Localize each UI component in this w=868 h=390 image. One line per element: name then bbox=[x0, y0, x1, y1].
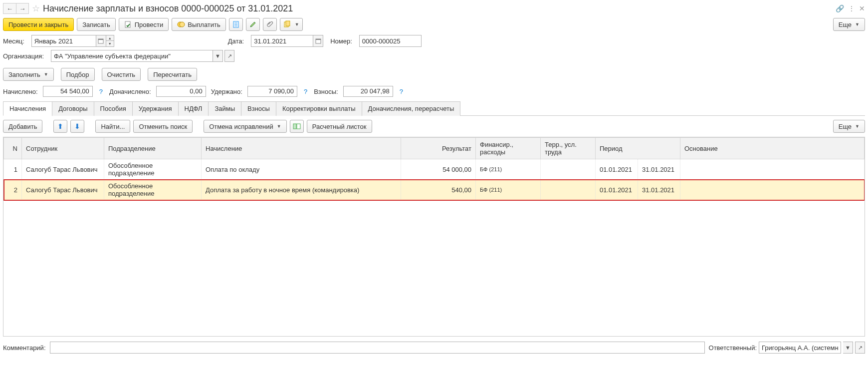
move-down-button[interactable]: ⬇ bbox=[70, 120, 84, 133]
col-employee[interactable]: Сотрудник bbox=[22, 138, 104, 159]
link-icon[interactable]: 🔗 bbox=[836, 4, 844, 12]
svg-rect-10 bbox=[98, 39, 103, 40]
tab-2[interactable]: Пособия bbox=[94, 101, 133, 116]
org-dropdown-icon[interactable]: ▼ bbox=[213, 50, 223, 62]
basis-button[interactable]: ▼ bbox=[280, 18, 303, 31]
table-header-row: N Сотрудник Подразделение Начисление Рез… bbox=[4, 138, 865, 159]
save-button[interactable]: Записать bbox=[77, 18, 116, 31]
tab-0[interactable]: Начисления bbox=[3, 101, 52, 116]
paperclip-icon bbox=[266, 20, 274, 28]
month-up-button[interactable]: ▲ bbox=[106, 35, 114, 41]
svg-rect-13 bbox=[293, 124, 296, 129]
tab-3[interactable]: Удержания bbox=[132, 101, 179, 116]
withheld-help-icon[interactable]: ? bbox=[302, 88, 309, 95]
window-title: Начисление зарплаты и взносов 0000-00002… bbox=[43, 3, 293, 14]
col-n[interactable]: N bbox=[4, 138, 22, 159]
accrued-help-icon[interactable]: ? bbox=[98, 88, 104, 95]
number-label: Номер: bbox=[330, 37, 352, 45]
responsible-open-icon[interactable]: ↗ bbox=[855, 342, 865, 354]
responsible-input[interactable] bbox=[759, 342, 841, 354]
col-terr[interactable]: Терр., усл. труда bbox=[541, 138, 596, 159]
clear-button[interactable]: Очистить bbox=[102, 68, 141, 81]
table-row[interactable]: 1Салогуб Тарас ЛьвовичОбособленное подра… bbox=[4, 159, 865, 180]
tab-6[interactable]: Взносы bbox=[241, 101, 276, 116]
org-input[interactable] bbox=[51, 50, 213, 62]
svg-rect-8 bbox=[286, 21, 290, 26]
org-label: Организация: bbox=[3, 52, 44, 60]
show-details-button[interactable] bbox=[290, 120, 304, 133]
tab-1[interactable]: Договоры bbox=[52, 101, 94, 116]
additional-value: 0,00 bbox=[156, 86, 206, 97]
contrib-help-icon[interactable]: ? bbox=[398, 88, 405, 95]
number-input[interactable] bbox=[359, 35, 422, 47]
recalc-button: Пересчитать bbox=[148, 68, 197, 81]
post-and-close-button[interactable]: Провести и закрыть bbox=[3, 18, 74, 31]
cancel-find-button: Отменить поиск bbox=[133, 120, 193, 133]
fill-button[interactable]: Заполнить▼ bbox=[3, 68, 54, 81]
post-icon bbox=[124, 20, 132, 28]
responsible-label: Ответственный: bbox=[709, 344, 757, 352]
nav-forward-button[interactable]: → bbox=[16, 3, 29, 14]
responsible-dropdown-icon[interactable]: ▼ bbox=[843, 342, 853, 354]
col-period[interactable]: Период bbox=[596, 138, 680, 159]
col-finance[interactable]: Финансир., расходы bbox=[476, 138, 541, 159]
more-button[interactable]: Еще▼ bbox=[833, 18, 865, 31]
month-input[interactable] bbox=[31, 35, 96, 47]
money-icon bbox=[177, 20, 185, 28]
org-open-icon[interactable]: ↗ bbox=[224, 50, 234, 62]
tab-4[interactable]: НДФЛ bbox=[178, 101, 209, 116]
col-result[interactable]: Результат bbox=[401, 138, 476, 159]
tab-5[interactable]: Займы bbox=[208, 101, 241, 116]
report-button[interactable] bbox=[229, 18, 243, 31]
pencil-icon bbox=[249, 20, 257, 28]
contrib-label: Взносы: bbox=[314, 88, 338, 95]
tab-7[interactable]: Корректировки выплаты bbox=[276, 101, 362, 116]
comment-input[interactable] bbox=[50, 342, 705, 354]
date-calendar-icon[interactable] bbox=[313, 35, 323, 47]
document-icon bbox=[232, 20, 240, 28]
month-calendar-icon[interactable] bbox=[96, 35, 106, 47]
col-dept[interactable]: Подразделение bbox=[104, 138, 202, 159]
cancel-fix-button[interactable]: Отмена исправлений▼ bbox=[204, 120, 287, 133]
tab-more-button[interactable]: Еще▼ bbox=[833, 120, 865, 133]
month-label: Месяц: bbox=[3, 37, 24, 45]
move-up-button[interactable]: ⬆ bbox=[53, 120, 67, 133]
svg-point-2 bbox=[180, 22, 185, 27]
withheld-label: Удержано: bbox=[211, 88, 242, 95]
contrib-value: 20 047,98 bbox=[343, 86, 393, 97]
pay-button[interactable]: Выплатить bbox=[172, 18, 226, 31]
accrued-value: 54 540,00 bbox=[43, 86, 93, 97]
find-button[interactable]: Найти... bbox=[95, 120, 130, 133]
accrued-label: Начислено: bbox=[3, 88, 38, 95]
docs-icon bbox=[283, 20, 291, 28]
withheld-value: 7 090,00 bbox=[247, 86, 297, 97]
grid-detail-icon bbox=[293, 122, 301, 130]
table-row[interactable]: 2Салогуб Тарас ЛьвовичОбособленное подра… bbox=[4, 180, 865, 200]
additional-label: Доначислено: bbox=[109, 88, 151, 95]
attach-button[interactable] bbox=[263, 18, 277, 31]
svg-rect-14 bbox=[297, 124, 300, 129]
month-down-button[interactable]: ▼ bbox=[106, 41, 114, 47]
add-row-button[interactable]: Добавить bbox=[3, 120, 42, 133]
svg-rect-12 bbox=[316, 39, 321, 40]
comment-label: Комментарий: bbox=[3, 344, 46, 352]
payslip-button[interactable]: Расчетный листок bbox=[307, 120, 372, 133]
nav-back-button[interactable]: ← bbox=[3, 3, 16, 14]
close-icon[interactable]: ✕ bbox=[859, 4, 865, 12]
favorite-star-icon[interactable]: ☆ bbox=[32, 3, 40, 14]
tab-8[interactable]: Доначисления, перерасчеты bbox=[362, 101, 461, 116]
date-input[interactable] bbox=[251, 35, 313, 47]
pick-button[interactable]: Подбор bbox=[61, 68, 95, 81]
edit-button[interactable] bbox=[246, 18, 260, 31]
menu-dots-icon[interactable]: ⋮ bbox=[848, 4, 855, 12]
date-label: Дата: bbox=[228, 37, 244, 45]
col-basis[interactable]: Основание bbox=[680, 138, 865, 159]
col-accrual[interactable]: Начисление bbox=[202, 138, 401, 159]
post-button[interactable]: Провести bbox=[119, 18, 169, 31]
